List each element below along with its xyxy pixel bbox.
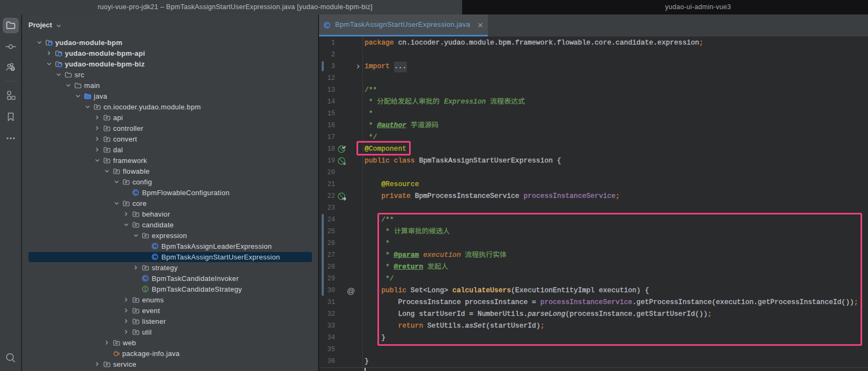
svg-text:@: @ bbox=[347, 286, 355, 295]
svg-text:?: ? bbox=[12, 67, 14, 71]
